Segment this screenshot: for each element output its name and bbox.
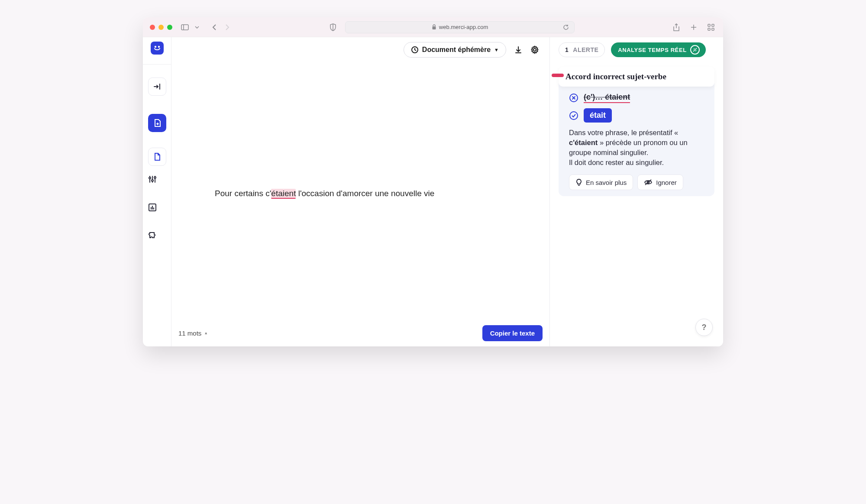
editor-error-word[interactable]: étaient	[271, 189, 296, 199]
suggestion-body: (c')… étaient était	[559, 93, 714, 123]
forward-button[interactable]	[223, 23, 231, 32]
word-count[interactable]: 11 mots ▲	[178, 330, 208, 337]
sidebar-item-document[interactable]	[148, 148, 166, 166]
svg-point-21	[154, 177, 156, 178]
safari-window: web.merci-app.com	[143, 17, 723, 346]
x-circle-icon	[569, 93, 578, 103]
suggestion-card-header[interactable]: Accord incorrect sujet-verbe	[559, 67, 714, 87]
document-type-dropdown[interactable]: Document éphémère ▼	[404, 42, 506, 58]
sliders-icon	[148, 175, 157, 183]
zoom-window-button[interactable]	[167, 25, 172, 30]
realtime-analysis-badge-icon	[690, 45, 700, 55]
lightbulb-icon	[575, 178, 582, 186]
suggestion-wrong-text: (c')… étaient	[584, 93, 630, 103]
svg-rect-6	[708, 24, 710, 26]
svg-line-32	[695, 50, 696, 51]
sidebar-toggle-icon[interactable]	[179, 23, 191, 32]
learn-more-button[interactable]: En savoir plus	[569, 174, 633, 190]
chevron-down-icon: ▼	[494, 47, 499, 52]
ignore-label: Ignorer	[656, 179, 677, 186]
back-button[interactable]	[210, 23, 219, 32]
main-column: Document éphémère ▼ Pour certains c'étai…	[171, 37, 550, 346]
realtime-analysis-button[interactable]: ANALYSE TEMPS RÉEL	[611, 42, 705, 57]
copy-text-button[interactable]: Copier le texte	[482, 325, 543, 341]
settings-button[interactable]	[530, 45, 539, 54]
document-type-label: Document éphémère	[422, 46, 491, 54]
document-icon	[154, 152, 161, 161]
address-bar-text: web.merci-app.com	[439, 24, 488, 30]
suggestion-title: Accord incorrect sujet-verbe	[565, 72, 666, 81]
svg-rect-9	[712, 28, 714, 30]
shield-icon[interactable]	[328, 22, 338, 33]
realtime-analysis-label: ANALYSE TEMPS RÉEL	[618, 47, 686, 53]
svg-rect-3	[432, 26, 436, 29]
svg-point-10	[155, 46, 155, 47]
app-body: Document éphémère ▼ Pour certains c'étai…	[143, 37, 723, 346]
svg-point-29	[533, 48, 536, 51]
svg-rect-7	[712, 24, 714, 26]
lock-icon	[432, 24, 436, 30]
address-bar[interactable]: web.merci-app.com	[345, 21, 575, 33]
suggestion-wrong-row: (c')… étaient	[569, 93, 704, 103]
svg-line-30	[693, 48, 697, 52]
editor-toolbar: Document éphémère ▼	[171, 37, 549, 62]
clock-icon	[411, 46, 419, 54]
sidebar-item-stats[interactable]	[148, 203, 166, 221]
svg-rect-0	[181, 25, 188, 30]
sidebar-divider	[143, 64, 171, 65]
minimize-window-button[interactable]	[158, 25, 164, 30]
ignore-button[interactable]: Ignorer	[637, 174, 683, 190]
suggestion-explanation: Dans votre phrase, le présentatif « c'ét…	[559, 123, 714, 168]
smiley-icon	[153, 45, 162, 51]
svg-line-31	[694, 48, 695, 49]
browser-titlebar: web.merci-app.com	[143, 17, 723, 37]
puzzle-icon	[148, 231, 157, 239]
word-count-label: 11 mots	[178, 330, 201, 337]
suggestion-right-text[interactable]: était	[584, 108, 612, 123]
sidebar-item-new-document[interactable]	[148, 114, 166, 132]
document-plus-icon	[153, 119, 161, 127]
new-tab-icon[interactable]	[688, 22, 699, 33]
eye-off-icon	[644, 179, 653, 186]
svg-point-17	[149, 177, 151, 179]
explanation-bold: c'étaient	[569, 139, 598, 146]
nav-buttons	[210, 23, 231, 32]
app-logo[interactable]	[151, 42, 164, 55]
editor-text-post: l'occasion d'amorcer une nouvelle vie	[296, 189, 434, 198]
close-window-button[interactable]	[150, 25, 155, 30]
suggestion-right-row[interactable]: était	[569, 108, 704, 123]
svg-point-36	[570, 112, 578, 120]
editor-statusbar: 11 mots ▲ Copier le texte	[171, 325, 549, 346]
suggestions-panel: 1 ALERTE ANALYSE TEMPS RÉEL Accord incor…	[550, 37, 723, 346]
learn-more-label: En savoir plus	[586, 179, 627, 186]
suggestion-severity-marker	[552, 74, 564, 77]
chevron-down-icon[interactable]	[193, 24, 201, 30]
titlebar-right-controls	[671, 22, 716, 33]
suggestion-card: Accord incorrect sujet-verbe (c')… étaie…	[559, 67, 714, 196]
sidebar-item-extensions[interactable]	[148, 231, 166, 249]
app-sidebar	[143, 37, 171, 346]
bar-chart-icon	[148, 203, 157, 212]
editor-text-pre: Pour certains c'	[215, 189, 271, 198]
help-icon: ?	[702, 323, 707, 332]
explanation-line2: Il doit donc rester au singulier.	[569, 158, 664, 166]
svg-rect-8	[708, 28, 710, 30]
svg-point-11	[158, 46, 159, 47]
share-icon[interactable]	[671, 22, 682, 33]
download-button[interactable]	[514, 45, 523, 54]
reload-icon[interactable]	[561, 23, 571, 32]
sidebar-item-collapse[interactable]	[148, 78, 166, 96]
gear-icon	[530, 45, 539, 54]
sidebar-item-settings-sliders[interactable]	[148, 175, 166, 194]
alert-count-pill[interactable]: 1 ALERTE	[559, 42, 605, 57]
help-button[interactable]: ?	[695, 319, 713, 336]
tabs-overview-icon[interactable]	[706, 22, 716, 33]
editor-text[interactable]: Pour certains c'étaient l'occasion d'amo…	[215, 187, 434, 200]
explanation-pre: Dans votre phrase, le présentatif «	[569, 129, 678, 136]
suggestion-actions: En savoir plus Ignorer	[559, 168, 714, 190]
suggestions-panel-header: 1 ALERTE ANALYSE TEMPS RÉEL	[550, 37, 723, 62]
editor-area[interactable]: Pour certains c'étaient l'occasion d'amo…	[171, 62, 549, 325]
window-traffic-lights	[150, 25, 172, 30]
alert-count-number: 1	[565, 46, 569, 53]
svg-point-19	[152, 180, 153, 181]
